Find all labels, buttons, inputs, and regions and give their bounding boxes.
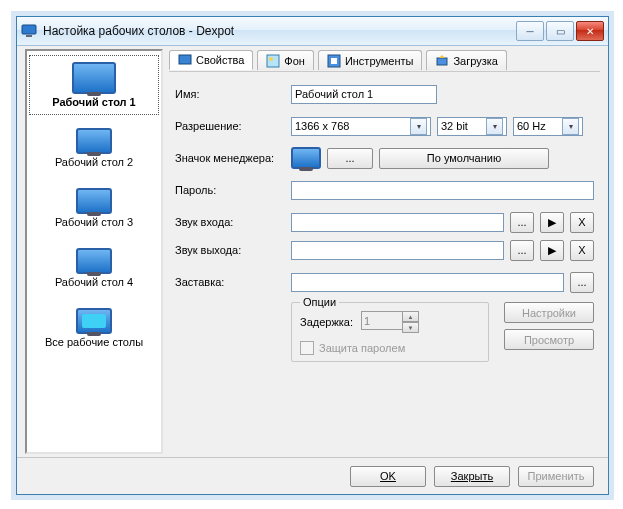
sidebar-item-desktop-2[interactable]: Рабочий стол 2 <box>29 121 159 175</box>
delay-input <box>361 311 402 330</box>
svg-rect-2 <box>179 55 191 64</box>
login-sound-play-button[interactable]: ▶ <box>540 212 564 233</box>
icon-browse-button[interactable]: ... <box>327 148 373 169</box>
monitor-icon <box>72 62 116 94</box>
monitor-icon <box>76 188 112 214</box>
tab-background[interactable]: Фон <box>257 50 314 70</box>
desktop-list: Рабочий стол 1 Рабочий стол 2 Рабочий ст… <box>25 49 163 454</box>
tab-label: Свойства <box>196 54 244 66</box>
options-group-title: Опции <box>300 296 339 308</box>
resolution-combo[interactable]: 1366 x 768 ▾ <box>291 117 431 136</box>
password-input[interactable] <box>291 181 594 200</box>
monitor-icon <box>76 248 112 274</box>
apply-button: Применить <box>518 466 594 487</box>
sidebar-item-label: Рабочий стол 1 <box>52 96 135 108</box>
delay-spinner[interactable]: ▲ ▼ <box>361 311 419 333</box>
combo-value: 1366 x 768 <box>295 120 349 132</box>
sidebar-item-label: Все рабочие столы <box>45 336 143 348</box>
logout-sound-play-button[interactable]: ▶ <box>540 240 564 261</box>
titlebar: Настойка рабочих столов - Dexpot ─ ▭ ✕ <box>17 17 608 46</box>
svg-rect-0 <box>22 25 36 34</box>
name-label: Имя: <box>175 88 285 100</box>
screensaver-input[interactable] <box>291 273 564 292</box>
settings-button: Настройки <box>504 302 594 323</box>
spin-down-icon[interactable]: ▼ <box>402 322 419 333</box>
logout-sound-input[interactable] <box>291 241 504 260</box>
logout-sound-browse-button[interactable]: ... <box>510 240 534 261</box>
color-depth-combo[interactable]: 32 bit ▾ <box>437 117 507 136</box>
ok-button[interactable]: OK <box>350 466 426 487</box>
sidebar-item-label: Рабочий стол 2 <box>55 156 133 168</box>
close-dialog-button[interactable]: Закрыть <box>434 466 510 487</box>
login-sound-browse-button[interactable]: ... <box>510 212 534 233</box>
logout-sound-label: Звук выхода: <box>175 244 285 256</box>
tab-bar: Свойства Фон Инструменты Загрузка <box>169 49 600 72</box>
sidebar-item-all-desktops[interactable]: Все рабочие столы <box>29 301 159 355</box>
delay-label: Задержка: <box>300 316 353 328</box>
properties-icon <box>178 53 192 67</box>
tab-label: Загрузка <box>453 55 497 67</box>
window-controls: ─ ▭ ✕ <box>516 21 604 41</box>
main-panel: Свойства Фон Инструменты Загрузка <box>169 49 600 454</box>
chevron-down-icon: ▾ <box>562 118 579 135</box>
dialog-buttons: OK Закрыть Применить <box>17 457 608 494</box>
tab-label: Инструменты <box>345 55 414 67</box>
content-area: Рабочий стол 1 Рабочий стол 2 Рабочий ст… <box>25 49 600 454</box>
checkbox-box <box>300 341 314 355</box>
password-label: Пароль: <box>175 184 285 196</box>
spin-up-icon[interactable]: ▲ <box>402 311 419 322</box>
svg-rect-3 <box>267 55 279 67</box>
tab-startup[interactable]: Загрузка <box>426 50 506 70</box>
name-input[interactable] <box>291 85 437 104</box>
screensaver-label: Заставка: <box>175 276 285 288</box>
chevron-down-icon: ▾ <box>486 118 503 135</box>
svg-rect-1 <box>26 35 32 37</box>
minimize-button[interactable]: ─ <box>516 21 544 41</box>
preview-button: Просмотр <box>504 329 594 350</box>
logout-sound-clear-button[interactable]: X <box>570 240 594 261</box>
screensaver-browse-button[interactable]: ... <box>570 272 594 293</box>
monitor-icon <box>76 128 112 154</box>
tab-tools[interactable]: Инструменты <box>318 50 423 70</box>
window: Настойка рабочих столов - Dexpot ─ ▭ ✕ Р… <box>16 16 609 495</box>
window-title: Настойка рабочих столов - Dexpot <box>43 24 510 38</box>
sidebar-item-label: Рабочий стол 4 <box>55 276 133 288</box>
resolution-label: Разрешение: <box>175 120 285 132</box>
icon-default-button[interactable]: По умолчанию <box>379 148 549 169</box>
manager-icon-preview <box>291 147 321 169</box>
password-protect-checkbox: Защита паролем <box>300 341 480 355</box>
combo-value: 32 bit <box>441 120 468 132</box>
chevron-down-icon: ▾ <box>410 118 427 135</box>
refresh-rate-combo[interactable]: 60 Hz ▾ <box>513 117 583 136</box>
checkbox-label: Защита паролем <box>319 342 405 354</box>
sidebar-item-label: Рабочий стол 3 <box>55 216 133 228</box>
login-sound-clear-button[interactable]: X <box>570 212 594 233</box>
maximize-button[interactable]: ▭ <box>546 21 574 41</box>
close-button[interactable]: ✕ <box>576 21 604 41</box>
sidebar-item-desktop-3[interactable]: Рабочий стол 3 <box>29 181 159 235</box>
startup-icon <box>435 54 449 68</box>
manager-icon-label: Значок менеджера: <box>175 152 285 164</box>
app-icon <box>21 23 37 39</box>
properties-form: Имя: Разрешение: 1366 x 768 ▾ 32 bit ▾ 6… <box>169 78 600 374</box>
tab-properties[interactable]: Свойства <box>169 50 253 70</box>
svg-point-4 <box>269 57 273 61</box>
tools-icon <box>327 54 341 68</box>
login-sound-label: Звук входа: <box>175 216 285 228</box>
combo-value: 60 Hz <box>517 120 546 132</box>
login-sound-input[interactable] <box>291 213 504 232</box>
sidebar-item-desktop-1[interactable]: Рабочий стол 1 <box>29 55 159 115</box>
svg-rect-6 <box>437 58 447 65</box>
sidebar-item-desktop-4[interactable]: Рабочий стол 4 <box>29 241 159 295</box>
background-icon <box>266 54 280 68</box>
options-group: Опции Задержка: ▲ ▼ <box>291 302 489 362</box>
monitor-face-icon <box>76 308 112 334</box>
tab-label: Фон <box>284 55 305 67</box>
